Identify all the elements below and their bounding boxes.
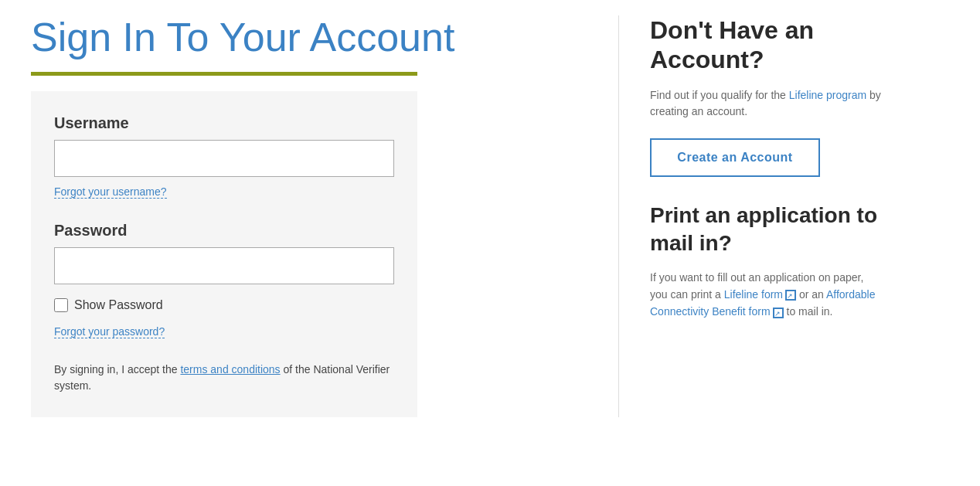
print-heading: Print an application to mail in? (650, 202, 881, 258)
right-panel: Don't Have an Account? Find out if you q… (618, 15, 881, 417)
print-description: If you want to fill out an application o… (650, 269, 881, 321)
print-desc-after: to mail in. (784, 305, 833, 318)
username-input[interactable] (54, 140, 394, 177)
create-account-button[interactable]: Create an Account (650, 138, 820, 177)
forgot-username-link[interactable]: Forgot your username? (54, 185, 167, 199)
password-label: Password (54, 222, 394, 240)
no-account-description: Find out if you qualify for the Lifeline… (650, 87, 881, 120)
page-title: Sign In To Your Account (31, 15, 587, 59)
show-password-label[interactable]: Show Password (74, 298, 163, 312)
show-password-checkbox[interactable] (54, 298, 68, 312)
no-account-lifeline-link[interactable]: Lifeline program (789, 89, 866, 101)
terms-text: By signing in, I accept the terms and co… (54, 362, 394, 394)
no-account-desc-before: Find out if you qualify for the (650, 89, 789, 101)
top-border-decoration (31, 72, 417, 76)
password-section: Password Show Password (54, 222, 394, 312)
sign-in-form: Username Forgot your username? Password … (31, 91, 417, 417)
page-container: Sign In To Your Account Username Forgot … (0, 0, 980, 433)
acb-external-link-icon (773, 308, 784, 318)
terms-link[interactable]: terms and conditions (180, 363, 280, 376)
left-panel: Sign In To Your Account Username Forgot … (31, 15, 587, 417)
no-account-heading: Don't Have an Account? (650, 15, 881, 75)
print-desc-middle: or an (796, 288, 826, 301)
show-password-row: Show Password (54, 298, 394, 312)
lifeline-external-link-icon (785, 290, 796, 301)
password-input[interactable] (54, 247, 394, 284)
username-label: Username (54, 114, 394, 132)
forgot-password-link[interactable]: Forgot your password? (54, 325, 165, 338)
print-lifeline-link[interactable]: Lifeline form (724, 288, 783, 301)
terms-text-before: By signing in, I accept the (54, 363, 180, 376)
